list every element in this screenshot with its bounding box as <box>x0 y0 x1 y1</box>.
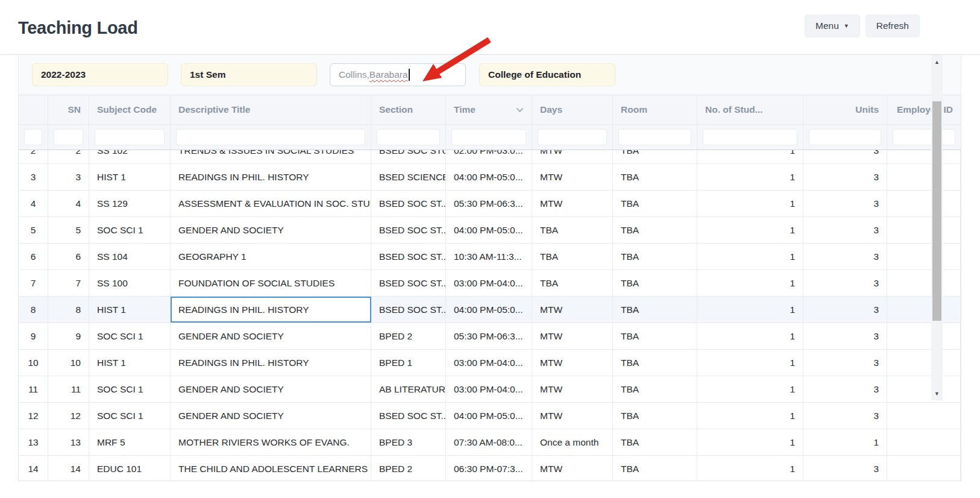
menu-button[interactable]: Menu ▼ <box>805 14 860 37</box>
table-cell-employee_id[interactable] <box>887 403 961 429</box>
table-row[interactable]: 1111SOC SCI 1GENDER AND SOCIETYAB LITERA… <box>19 376 961 403</box>
table-cell-units[interactable]: 3 <box>803 376 887 402</box>
table-cell-section[interactable]: BSED SOC ST... <box>371 270 446 296</box>
table-cell-time[interactable]: 06:30 PM-07:3... <box>446 456 532 481</box>
table-cell-units[interactable]: 3 <box>803 164 887 190</box>
column-header-room[interactable]: Room <box>613 95 697 124</box>
table-cell-subject_code[interactable]: HIST 1 <box>89 164 171 190</box>
table-cell-employee_id[interactable] <box>887 323 961 349</box>
table-row[interactable]: 99SOC SCI 1GENDER AND SOCIETYBPED 205:30… <box>19 323 961 350</box>
column-filter-input-units[interactable] <box>809 129 881 145</box>
table-cell-time[interactable]: 04:00 PM-05:0... <box>446 217 532 243</box>
table-cell-time[interactable]: 04:00 PM-05:0... <box>446 164 532 190</box>
table-cell-days[interactable]: MTW <box>532 456 613 481</box>
column-header-section[interactable]: Section <box>371 95 446 124</box>
column-filter-input-room[interactable] <box>618 129 691 145</box>
table-cell-title[interactable]: THE CHILD AND ADOLESCENT LEARNERS ... <box>171 456 371 481</box>
table-cell-subject_code[interactable]: SS 129 <box>89 191 171 216</box>
table-cell-units[interactable]: 3 <box>803 244 887 269</box>
table-cell-sn[interactable]: 6 <box>48 244 89 269</box>
column-header-subject_code[interactable]: Subject Code <box>89 95 171 124</box>
table-cell-students[interactable]: 1 <box>697 164 803 190</box>
table-cell-sn[interactable]: 4 <box>48 191 89 216</box>
table-cell-section[interactable]: BSED SOC ST... <box>371 244 446 269</box>
table-cell-subject_code[interactable]: HIST 1 <box>89 350 171 376</box>
table-cell-sn[interactable]: 8 <box>48 297 89 323</box>
table-cell-time[interactable]: 04:00 PM-05:0... <box>446 297 532 323</box>
scrollbar-thumb[interactable] <box>932 101 941 321</box>
semester-field[interactable]: 1st Sem <box>181 63 317 86</box>
table-row[interactable]: 1313MRF 5MOTHER RIVIERS WORKS OF EVANG.B… <box>19 429 961 456</box>
table-cell-title[interactable]: GENDER AND SOCIETY <box>171 217 371 243</box>
table-cell-subject_code[interactable]: SOC SCI 1 <box>89 217 171 243</box>
column-header-time[interactable]: Time <box>446 95 532 124</box>
table-cell-days[interactable]: MTW <box>532 350 613 376</box>
table-cell-title[interactable]: GENDER AND SOCIETY <box>171 403 371 429</box>
chevron-down-icon[interactable] <box>516 107 524 113</box>
table-cell-days[interactable]: TBA <box>532 270 613 296</box>
table-row[interactable]: 55SOC SCI 1GENDER AND SOCIETYBSED SOC ST… <box>19 217 961 244</box>
table-cell-section[interactable]: BSED SCIENCE... <box>371 164 446 190</box>
table-cell-students[interactable]: 1 <box>697 376 803 402</box>
table-cell-employee_id[interactable] <box>887 297 961 323</box>
table-cell-students[interactable]: 1 <box>697 270 803 296</box>
table-cell-sn[interactable]: 14 <box>48 456 89 481</box>
table-cell-sn[interactable]: 12 <box>48 403 89 429</box>
table-cell-sn[interactable]: 13 <box>48 429 89 455</box>
table-row[interactable]: 44SS 129ASSESSMENT & EVALUATION IN SOC. … <box>19 191 961 217</box>
table-cell-subject_code[interactable]: EDUC 101 <box>89 456 171 481</box>
vertical-scrollbar[interactable]: ▲ ▼ <box>931 55 943 400</box>
table-cell-room[interactable]: TBA <box>613 217 697 243</box>
table-cell-days[interactable]: TBA <box>532 217 613 243</box>
table-cell-title[interactable]: MOTHER RIVIERS WORKS OF EVANG. <box>171 429 371 455</box>
table-cell-subject_code[interactable]: SS 100 <box>89 270 171 296</box>
table-cell-students[interactable]: 1 <box>697 456 803 481</box>
table-cell-subject_code[interactable]: SOC SCI 1 <box>89 376 171 402</box>
table-cell-students[interactable]: 1 <box>697 403 803 429</box>
column-filter-input-days[interactable] <box>538 129 607 145</box>
table-cell-time[interactable]: 05:30 PM-06:3... <box>446 191 532 216</box>
table-cell-students[interactable]: 1 <box>697 150 803 163</box>
table-row[interactable]: 33HIST 1READINGS IN PHIL. HISTORYBSED SC… <box>19 164 961 191</box>
column-filter-input-section[interactable] <box>377 129 440 145</box>
table-row[interactable]: 1212SOC SCI 1GENDER AND SOCIETYBSED SOC … <box>19 403 961 429</box>
table-cell-employee_id[interactable] <box>887 164 961 190</box>
table-cell-num[interactable]: 7 <box>19 270 48 296</box>
table-cell-subject_code[interactable]: SOC SCI 1 <box>89 403 171 429</box>
table-cell-num[interactable]: 10 <box>19 350 48 376</box>
column-filter-input-time[interactable] <box>451 129 526 145</box>
scroll-up-arrow-icon[interactable]: ▲ <box>931 56 943 68</box>
column-header-days[interactable]: Days <box>532 95 613 124</box>
table-row[interactable]: 88HIST 1READINGS IN PHIL. HISTORYBSED SO… <box>19 297 961 323</box>
table-cell-students[interactable]: 1 <box>697 244 803 269</box>
table-cell-time[interactable]: 03:00 PM-04:0... <box>446 270 532 296</box>
table-cell-title[interactable]: TRENDS & ISSUES IN SOCIAL STUDIES <box>171 150 371 163</box>
table-cell-section[interactable]: BSED SOC ST... <box>371 191 446 216</box>
table-cell-title[interactable]: READINGS IN PHIL. HISTORY <box>171 164 371 190</box>
table-cell-room[interactable]: TBA <box>613 429 697 455</box>
table-cell-units[interactable]: 3 <box>803 150 887 163</box>
table-cell-title[interactable]: GENDER AND SOCIETY <box>171 376 371 402</box>
table-row[interactable]: 1010HIST 1READINGS IN PHIL. HISTORYBPED … <box>19 350 961 376</box>
table-cell-room[interactable]: TBA <box>613 350 697 376</box>
table-cell-title[interactable]: FOUNDATION OF SOCIAL STUDIES <box>171 270 371 296</box>
table-cell-employee_id[interactable] <box>887 191 961 216</box>
table-cell-subject_code[interactable]: SOC SCI 1 <box>89 323 171 349</box>
table-cell-room[interactable]: TBA <box>613 403 697 429</box>
table-cell-time[interactable]: 02:00 PM-03:0... <box>446 150 532 163</box>
table-cell-room[interactable]: TBA <box>613 456 697 481</box>
table-cell-room[interactable]: TBA <box>613 376 697 402</box>
table-cell-num[interactable]: 13 <box>19 429 48 455</box>
table-cell-sn[interactable]: 10 <box>48 350 89 376</box>
table-cell-employee_id[interactable] <box>887 376 961 402</box>
table-cell-title[interactable]: ASSESSMENT & EVALUATION IN SOC. STUD. <box>171 191 371 216</box>
table-cell-room[interactable]: TBA <box>613 244 697 269</box>
table-cell-employee_id[interactable] <box>887 429 961 455</box>
table-cell-days[interactable]: MTW <box>532 164 613 190</box>
table-cell-students[interactable]: 1 <box>697 350 803 376</box>
table-cell-subject_code[interactable]: MRF 5 <box>89 429 171 455</box>
table-cell-room[interactable]: TBA <box>613 164 697 190</box>
table-cell-students[interactable]: 1 <box>697 429 803 455</box>
table-cell-time[interactable]: 05:30 PM-06:3... <box>446 323 532 349</box>
table-row[interactable]: 66SS 104GEOGRAPHY 1BSED SOC ST...10:30 A… <box>19 244 961 270</box>
